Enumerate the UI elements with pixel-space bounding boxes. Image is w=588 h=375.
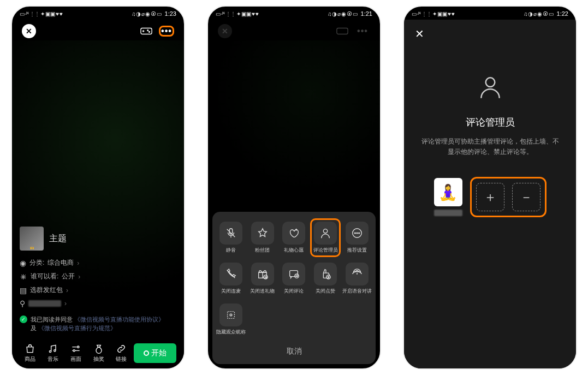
sheet-item-label: 隐藏观众昵称 (216, 329, 246, 336)
chevron-right-icon: › (78, 273, 80, 281)
star-icon (251, 222, 274, 245)
close-button[interactable]: ✕ (415, 27, 565, 40)
location-row[interactable]: ⚲ › (20, 299, 176, 308)
page-description: 评论管理员可协助主播管理评论，包括上墙、不显示他的评论、禁止评论等。 (415, 136, 565, 157)
manager-avatar[interactable]: 🧘‍♀️ (434, 178, 462, 206)
sheet-item-phone-off[interactable]: 关闭连麦 (216, 259, 246, 298)
sheet-item-label: 粉丝团 (255, 247, 270, 254)
pin-icon: ⚲ (20, 299, 25, 308)
hongbao-row[interactable]: ▤ 选群发红包 › (20, 285, 176, 295)
bag-money-icon (93, 343, 104, 354)
sheet-item-gift-off[interactable]: 关闭送礼物 (247, 259, 278, 298)
gamepad-icon[interactable] (140, 27, 152, 35)
agreement-link-2[interactable]: 《微信视频号直播行为规范》 (38, 325, 116, 331)
status-bar: ▭ ◦ᴺ ⋮⋮ ✦ ▣ ▣ ♥ ♥ ♫ ◑ ⌀ ◉ ⦿ ▭ 1:22 (404, 7, 576, 19)
agreement-link-1[interactable]: 《微信视频号直播功能使用协议》 (74, 316, 164, 323)
mic-off-icon (219, 222, 242, 245)
cancel-button[interactable]: 取消 (216, 339, 372, 362)
envelope-icon: ▤ (20, 286, 27, 295)
top-bar: ✕ ••• (12, 20, 184, 40)
status-right: ♫ ◑ ⌀ ◉ ⦿ ▭ 1:23 (132, 10, 176, 17)
status-left-icons: ▭ ◦ᴺ ⋮⋮ ✦ ▣ ▣ ♥ ♥ (20, 11, 62, 17)
screen-body: ✕ ••• 静音粉丝团礼物心愿评论管理员推荐设置关闭连麦关闭送礼物关闭评论关闭点… (208, 20, 380, 368)
sheet-item-label: 礼物心愿 (284, 247, 304, 254)
svg-point-0 (324, 229, 328, 233)
sheet-item-label: 关闭连麦 (221, 288, 241, 295)
bottom-toolbar: 商品 音乐 画面 抽奖 链接 开始 (20, 343, 176, 363)
start-button[interactable]: 开始 (134, 343, 176, 363)
hide-icon (219, 303, 242, 326)
more-button[interactable]: ••• (159, 26, 174, 37)
screen-2-action-sheet: ▭ ◦ᴺ ⋮⋮ ✦ ▣ ▣ ♥ ♥ ♫ ◑ ⌀ ◉ ⦿ ▭ 1:21 ✕ •••… (207, 5, 381, 370)
add-remove-highlight: ＋ － (470, 177, 547, 217)
close-button[interactable]: ✕ (22, 24, 36, 38)
sheet-item-label: 静音 (226, 247, 236, 254)
music-icon (47, 343, 58, 354)
agreement-row[interactable]: ✓ 我已阅读并同意 《微信视频号直播功能使用协议》 及 《微信视频号直播行为规范… (20, 316, 176, 332)
sheet-item-voice[interactable]: 开启语音对讲 (342, 259, 372, 298)
gift-off-icon (251, 263, 274, 285)
comment-off-icon (282, 263, 305, 285)
like-off-icon (314, 263, 337, 285)
people-icon: ⛯ (20, 272, 27, 281)
tool-chou[interactable]: 抽奖 (88, 343, 109, 363)
theme-title-input[interactable]: 主题 (49, 233, 67, 245)
cover-thumbnail[interactable]: 🙌 (20, 227, 44, 251)
category-row[interactable]: ◉ 分类: 综合电商 › (20, 258, 176, 267)
sheet-item-label: 评论管理员 (313, 247, 338, 254)
add-manager-button[interactable]: ＋ (476, 183, 504, 211)
status-bar: ▭ ◦ᴺ ⋮⋮ ✦ ▣ ▣ ♥ ♥ ♫ ◑ ⌀ ◉ ⦿ ▭ 1:23 (12, 7, 184, 19)
close-button: ✕ (218, 24, 232, 38)
tool-link[interactable]: 链接 (111, 343, 132, 363)
svg-point-2 (354, 233, 355, 234)
sheet-item-hide[interactable]: 隐藏观众昵称 (216, 300, 246, 339)
remove-manager-button[interactable]: － (512, 183, 541, 211)
visibility-row[interactable]: ⛯ 谁可以看: 公开 › (20, 272, 176, 281)
more-icon (346, 222, 369, 245)
person-icon (314, 222, 337, 245)
tool-music[interactable]: 音乐 (43, 343, 63, 363)
chevron-right-icon: › (66, 287, 68, 294)
live-info-block: 🙌 主题 ◉ 分类: 综合电商 › ⛯ 谁可以看: 公开 › ▤ 选群发红包 › (20, 227, 176, 332)
chevron-right-icon: › (64, 300, 67, 307)
sheet-item-label: 关闭点赞 (316, 288, 335, 295)
svg-point-12 (485, 78, 495, 87)
sheet-item-heart[interactable]: 礼物心愿 (279, 218, 310, 257)
chevron-right-icon: › (77, 259, 79, 267)
status-bar: ▭ ◦ᴺ ⋮⋮ ✦ ▣ ▣ ♥ ♥ ♫ ◑ ⌀ ◉ ⦿ ▭ 1:21 (208, 7, 380, 19)
manager-name (434, 210, 462, 216)
sheet-item-star[interactable]: 粉丝团 (247, 218, 278, 257)
sheet-item-comment-off[interactable]: 关闭评论 (279, 259, 310, 298)
sheet-item-label: 开启语音对讲 (342, 288, 372, 295)
tool-huamian[interactable]: 画面 (66, 343, 86, 363)
phone-off-icon (219, 263, 242, 285)
sheet-item-label: 关闭评论 (284, 288, 304, 295)
page-title: 评论管理员 (466, 116, 515, 129)
screen-1-live-setup: ▭ ◦ᴺ ⋮⋮ ✦ ▣ ▣ ♥ ♥ ♫ ◑ ⌀ ◉ ⦿ ▭ 1:23 ✕ •••… (11, 5, 185, 370)
record-icon (144, 350, 149, 356)
tool-shop[interactable]: 商品 (20, 343, 40, 363)
action-sheet: 静音粉丝团礼物心愿评论管理员推荐设置关闭连麦关闭送礼物关闭评论关闭点赞开启语音对… (212, 212, 376, 364)
gamepad-icon (336, 27, 348, 35)
sheet-item-person[interactable]: 评论管理员 (310, 218, 341, 257)
screen-body: ✕ 评论管理员 评论管理员可协助主播管理评论，包括上墙、不显示他的评论、禁止评论… (404, 20, 576, 368)
manager-list: 🧘‍♀️ ＋ － (434, 177, 547, 217)
person-icon (477, 73, 504, 103)
svg-point-4 (359, 233, 360, 234)
sheet-item-mic-off[interactable]: 静音 (216, 218, 246, 257)
sheet-item-like-off[interactable]: 关闭点赞 (310, 259, 341, 298)
sheet-item-label: 推荐设置 (347, 247, 367, 254)
screen-3-comment-manager: ▭ ◦ᴺ ⋮⋮ ✦ ▣ ▣ ♥ ♥ ♫ ◑ ⌀ ◉ ⦿ ▭ 1:22 ✕ 评论管… (403, 5, 577, 370)
svg-point-3 (357, 233, 358, 234)
bag-icon (25, 343, 35, 354)
sliders-icon (70, 343, 81, 354)
more-button: ••• (355, 26, 370, 37)
link-icon (116, 343, 127, 354)
svg-point-11 (230, 314, 232, 316)
sheet-item-more[interactable]: 推荐设置 (342, 218, 372, 257)
svg-rect-10 (227, 312, 234, 319)
sheet-item-label: 关闭送礼物 (250, 288, 275, 295)
heart-icon (282, 222, 305, 245)
check-icon: ✓ (20, 316, 27, 323)
voice-icon (346, 263, 369, 285)
